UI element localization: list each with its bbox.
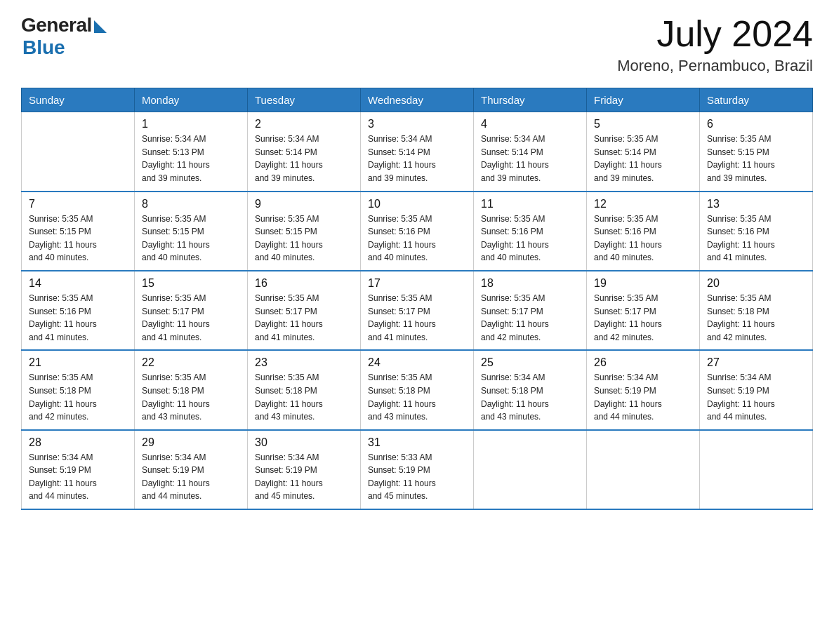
calendar-cell: 27Sunrise: 5:34 AMSunset: 5:19 PMDayligh… (700, 350, 813, 429)
day-detail: Sunrise: 5:34 AMSunset: 5:14 PMDaylight:… (481, 133, 579, 185)
day-number: 22 (142, 356, 240, 369)
day-number: 1 (142, 118, 240, 130)
day-detail: Sunrise: 5:34 AMSunset: 5:14 PMDaylight:… (255, 133, 353, 185)
calendar-cell: 29Sunrise: 5:34 AMSunset: 5:19 PMDayligh… (135, 430, 248, 509)
day-detail: Sunrise: 5:34 AMSunset: 5:18 PMDaylight:… (481, 371, 579, 423)
day-number: 5 (594, 118, 692, 130)
day-detail: Sunrise: 5:35 AMSunset: 5:17 PMDaylight:… (142, 292, 240, 344)
calendar-cell: 21Sunrise: 5:35 AMSunset: 5:18 PMDayligh… (22, 350, 135, 429)
day-detail: Sunrise: 5:34 AMSunset: 5:19 PMDaylight:… (255, 451, 353, 503)
day-detail: Sunrise: 5:33 AMSunset: 5:19 PMDaylight:… (368, 451, 466, 503)
logo-blue-text: Blue (22, 36, 65, 59)
week-row-3: 14Sunrise: 5:35 AMSunset: 5:16 PMDayligh… (22, 271, 813, 350)
day-number: 27 (707, 356, 805, 369)
day-number: 30 (255, 436, 353, 449)
day-number: 13 (707, 198, 805, 210)
day-detail: Sunrise: 5:34 AMSunset: 5:19 PMDaylight:… (29, 451, 127, 503)
day-detail: Sunrise: 5:35 AMSunset: 5:15 PMDaylight:… (29, 213, 127, 264)
calendar-cell (700, 430, 813, 509)
logo-triangle-icon (94, 20, 107, 33)
day-detail: Sunrise: 5:35 AMSunset: 5:18 PMDaylight:… (29, 371, 127, 423)
calendar-body: 1Sunrise: 5:34 AMSunset: 5:13 PMDaylight… (22, 112, 813, 509)
day-detail: Sunrise: 5:34 AMSunset: 5:13 PMDaylight:… (142, 133, 240, 185)
day-number: 7 (29, 198, 127, 210)
calendar-cell: 9Sunrise: 5:35 AMSunset: 5:15 PMDaylight… (248, 192, 361, 271)
week-row-5: 28Sunrise: 5:34 AMSunset: 5:19 PMDayligh… (22, 430, 813, 509)
calendar-cell: 17Sunrise: 5:35 AMSunset: 5:17 PMDayligh… (361, 271, 474, 350)
week-row-2: 7Sunrise: 5:35 AMSunset: 5:15 PMDaylight… (22, 192, 813, 271)
calendar-cell: 26Sunrise: 5:34 AMSunset: 5:19 PMDayligh… (587, 350, 700, 429)
header-wednesday: Wednesday (361, 88, 474, 112)
day-detail: Sunrise: 5:35 AMSunset: 5:18 PMDaylight:… (707, 292, 805, 344)
day-detail: Sunrise: 5:35 AMSunset: 5:17 PMDaylight:… (481, 292, 579, 344)
day-detail: Sunrise: 5:34 AMSunset: 5:19 PMDaylight:… (707, 371, 805, 423)
calendar-table: SundayMondayTuesdayWednesdayThursdayFrid… (21, 88, 813, 510)
calendar-cell: 7Sunrise: 5:35 AMSunset: 5:15 PMDaylight… (22, 192, 135, 271)
calendar-cell: 2Sunrise: 5:34 AMSunset: 5:14 PMDaylight… (248, 112, 361, 192)
day-number: 17 (368, 277, 466, 290)
day-detail: Sunrise: 5:35 AMSunset: 5:16 PMDaylight:… (481, 213, 579, 264)
day-number: 8 (142, 198, 240, 210)
day-detail: Sunrise: 5:35 AMSunset: 5:15 PMDaylight:… (255, 213, 353, 264)
calendar-cell: 8Sunrise: 5:35 AMSunset: 5:15 PMDaylight… (135, 192, 248, 271)
day-number: 3 (368, 118, 466, 130)
day-number: 29 (142, 436, 240, 449)
calendar-cell: 14Sunrise: 5:35 AMSunset: 5:16 PMDayligh… (22, 271, 135, 350)
day-number: 2 (255, 118, 353, 130)
calendar-cell (474, 430, 587, 509)
calendar-cell: 1Sunrise: 5:34 AMSunset: 5:13 PMDaylight… (135, 112, 248, 192)
header-sunday: Sunday (22, 88, 135, 112)
day-number: 25 (481, 356, 579, 369)
day-number: 21 (29, 356, 127, 369)
day-number: 15 (142, 277, 240, 290)
calendar-cell: 23Sunrise: 5:35 AMSunset: 5:18 PMDayligh… (248, 350, 361, 429)
calendar-cell: 15Sunrise: 5:35 AMSunset: 5:17 PMDayligh… (135, 271, 248, 350)
day-number: 12 (594, 198, 692, 210)
day-number: 19 (594, 277, 692, 290)
calendar-cell: 4Sunrise: 5:34 AMSunset: 5:14 PMDaylight… (474, 112, 587, 192)
calendar-cell: 25Sunrise: 5:34 AMSunset: 5:18 PMDayligh… (474, 350, 587, 429)
month-year-title: July 2024 (617, 14, 813, 54)
calendar-cell: 18Sunrise: 5:35 AMSunset: 5:17 PMDayligh… (474, 271, 587, 350)
day-number: 16 (255, 277, 353, 290)
day-detail: Sunrise: 5:35 AMSunset: 5:16 PMDaylight:… (29, 292, 127, 344)
day-number: 6 (707, 118, 805, 130)
header-saturday: Saturday (700, 88, 813, 112)
day-detail: Sunrise: 5:35 AMSunset: 5:18 PMDaylight:… (142, 371, 240, 423)
day-detail: Sunrise: 5:35 AMSunset: 5:16 PMDaylight:… (707, 213, 805, 264)
week-row-4: 21Sunrise: 5:35 AMSunset: 5:18 PMDayligh… (22, 350, 813, 429)
day-number: 24 (368, 356, 466, 369)
calendar-cell: 20Sunrise: 5:35 AMSunset: 5:18 PMDayligh… (700, 271, 813, 350)
day-detail: Sunrise: 5:35 AMSunset: 5:15 PMDaylight:… (707, 133, 805, 185)
day-number: 18 (481, 277, 579, 290)
calendar-cell: 19Sunrise: 5:35 AMSunset: 5:17 PMDayligh… (587, 271, 700, 350)
calendar-cell: 24Sunrise: 5:35 AMSunset: 5:18 PMDayligh… (361, 350, 474, 429)
page-header: General Blue July 2024 Moreno, Pernambuc… (21, 14, 813, 75)
calendar-cell (22, 112, 135, 192)
day-detail: Sunrise: 5:35 AMSunset: 5:17 PMDaylight:… (368, 292, 466, 344)
header-monday: Monday (135, 88, 248, 112)
day-detail: Sunrise: 5:34 AMSunset: 5:19 PMDaylight:… (142, 451, 240, 503)
calendar-cell: 22Sunrise: 5:35 AMSunset: 5:18 PMDayligh… (135, 350, 248, 429)
calendar-cell: 13Sunrise: 5:35 AMSunset: 5:16 PMDayligh… (700, 192, 813, 271)
calendar-cell: 28Sunrise: 5:34 AMSunset: 5:19 PMDayligh… (22, 430, 135, 509)
day-detail: Sunrise: 5:35 AMSunset: 5:17 PMDaylight:… (594, 292, 692, 344)
day-detail: Sunrise: 5:35 AMSunset: 5:16 PMDaylight:… (594, 213, 692, 264)
calendar-cell: 3Sunrise: 5:34 AMSunset: 5:14 PMDaylight… (361, 112, 474, 192)
calendar-cell: 6Sunrise: 5:35 AMSunset: 5:15 PMDaylight… (700, 112, 813, 192)
week-row-1: 1Sunrise: 5:34 AMSunset: 5:13 PMDaylight… (22, 112, 813, 192)
day-detail: Sunrise: 5:35 AMSunset: 5:18 PMDaylight:… (368, 371, 466, 423)
day-detail: Sunrise: 5:34 AMSunset: 5:14 PMDaylight:… (368, 133, 466, 185)
calendar-cell: 12Sunrise: 5:35 AMSunset: 5:16 PMDayligh… (587, 192, 700, 271)
calendar-cell: 16Sunrise: 5:35 AMSunset: 5:17 PMDayligh… (248, 271, 361, 350)
calendar-cell: 11Sunrise: 5:35 AMSunset: 5:16 PMDayligh… (474, 192, 587, 271)
day-detail: Sunrise: 5:35 AMSunset: 5:14 PMDaylight:… (594, 133, 692, 185)
day-number: 4 (481, 118, 579, 130)
day-number: 10 (368, 198, 466, 210)
logo: General Blue (21, 14, 107, 59)
day-number: 28 (29, 436, 127, 449)
calendar-cell: 30Sunrise: 5:34 AMSunset: 5:19 PMDayligh… (248, 430, 361, 509)
header-thursday: Thursday (474, 88, 587, 112)
day-number: 9 (255, 198, 353, 210)
logo-general-text: General (21, 14, 92, 36)
